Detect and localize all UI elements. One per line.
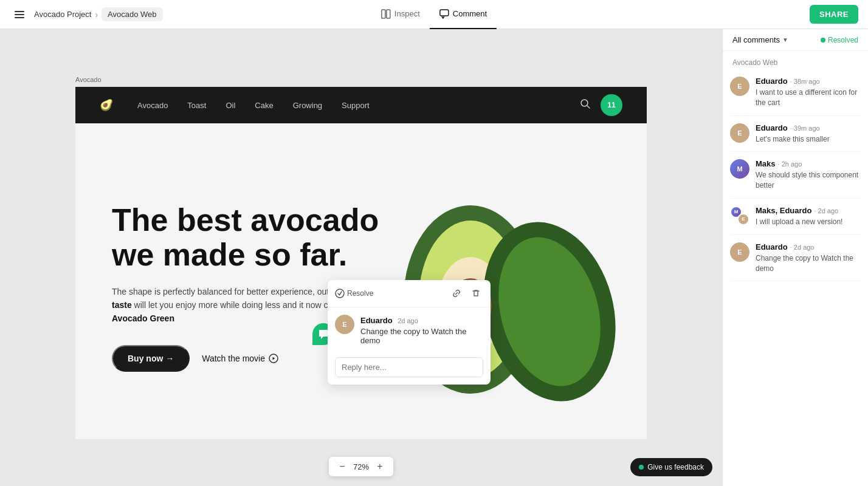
dropdown-arrow-icon: ▼ — [782, 36, 788, 43]
entry-time: · 39m ago — [790, 125, 820, 132]
design-frame: 🥑 Avocado Toast Oil Cake Growing Support — [75, 87, 647, 439]
comment-entry[interactable]: E Eduardo · 38m ago I want to use a diff… — [730, 69, 861, 116]
feedback-label: Give us feedback — [647, 463, 704, 471]
comment-header: Eduardo 2d ago — [360, 315, 483, 326]
entry-author: Maks — [756, 159, 776, 168]
comment-timestamp: 2d ago — [398, 317, 418, 324]
resolved-dot — [821, 38, 825, 43]
entry-author: Eduardo — [756, 242, 788, 252]
nav-link-toast[interactable]: Toast — [187, 101, 206, 110]
cart-badge[interactable]: 11 — [601, 94, 622, 116]
resolved-label: Resolved — [828, 36, 858, 44]
entry-text: We should style this component better — [756, 170, 861, 191]
zoom-level: 72% — [353, 462, 369, 471]
comment-author-name: Eduardo — [360, 316, 393, 325]
comment-entry-avatar: M — [730, 159, 749, 179]
panel-header: All comments ▼ Resolved — [723, 29, 868, 51]
comment-popup: Resolve — [328, 280, 491, 385]
entry-text: Let's make this smaller — [756, 134, 861, 145]
feedback-button[interactable]: Give us feedback — [630, 458, 712, 476]
reply-input[interactable] — [335, 357, 483, 377]
site-logo: 🥑 — [100, 98, 113, 112]
entry-text: Change the copy to Watch the demo — [756, 253, 861, 274]
link-icon[interactable] — [449, 286, 464, 301]
buy-now-button[interactable]: Buy now → — [112, 345, 190, 372]
comment-content: Eduardo 2d ago Change the copy to Watch … — [360, 315, 483, 345]
entry-author: Maks, Eduardo — [756, 206, 811, 215]
comment-entry-header: Eduardo · 2d ago — [756, 242, 861, 252]
topbar-right: SHARE — [810, 5, 858, 24]
comment-entry-avatar: E — [730, 242, 749, 262]
all-comments-button[interactable]: All comments ▼ — [732, 35, 816, 44]
canvas-area[interactable]: Avocado 🥑 Avocado Toast Oil Cake Growing… — [0, 29, 722, 486]
svg-rect-5 — [440, 10, 449, 16]
topbar: Avocado Project › Avocado Web Inspect Co… — [0, 0, 868, 29]
breadcrumb-project[interactable]: Avocado Project — [34, 10, 91, 19]
breadcrumb: Avocado Project › Avocado Web — [34, 7, 163, 21]
comment-author-avatar: E — [335, 315, 354, 334]
comment-reply — [328, 352, 491, 385]
tab-inspect-label: Inspect — [394, 9, 420, 18]
comment-entry[interactable]: E Eduardo · 2d ago Change the copy to Wa… — [730, 235, 861, 282]
tab-inspect[interactable]: Inspect — [371, 0, 430, 29]
zoom-in-button[interactable]: + — [374, 460, 386, 473]
tab-comment-label: Comment — [453, 9, 487, 18]
entry-author: Eduardo — [756, 123, 788, 132]
topbar-tabs: Inspect Comment — [371, 0, 497, 29]
watch-movie-button[interactable]: Watch the movie — [202, 354, 278, 363]
nav-link-oil[interactable]: Oil — [226, 101, 235, 110]
comment-popup-header: Resolve — [328, 280, 491, 307]
feedback-dot — [639, 465, 644, 470]
svg-point-15 — [336, 289, 344, 298]
panel-frame-label: Avocado Web — [723, 51, 868, 69]
hero-title: The best avocado we made so far. — [112, 203, 404, 272]
resolved-button[interactable]: Resolved — [821, 36, 858, 44]
comment-entry-header: Maks, Eduardo · 2d ago — [756, 206, 861, 215]
all-comments-label: All comments — [732, 35, 780, 44]
search-icon[interactable] — [580, 98, 591, 112]
tab-comment[interactable]: Comment — [430, 0, 497, 29]
site-hero: The best avocado we made so far. The sha… — [75, 123, 647, 439]
frame-label: Avocado — [75, 76, 102, 83]
comment-entry[interactable]: E Eduardo · 39m ago Let's make this smal… — [730, 116, 861, 152]
comment-entry[interactable]: M E Maks, Eduardo · 2d ago I will upload… — [730, 199, 861, 235]
svg-rect-0 — [15, 11, 24, 12]
design-frame-wrapper: Avocado 🥑 Avocado Toast Oil Cake Growing… — [75, 76, 647, 439]
svg-rect-4 — [387, 10, 390, 18]
svg-rect-2 — [15, 17, 24, 18]
breadcrumb-current[interactable]: Avocado Web — [102, 7, 162, 21]
resolve-button[interactable]: Resolve — [335, 289, 444, 298]
nav-link-cake[interactable]: Cake — [255, 101, 273, 110]
comment-entry-header: Eduardo · 39m ago — [756, 123, 861, 132]
breadcrumb-separator: › — [95, 10, 98, 19]
comment-entry-avatar: E — [730, 77, 749, 96]
comment-entry-content: Eduardo · 2d ago Change the copy to Watc… — [756, 242, 861, 274]
comment-text: Change the copy to Watch the demo — [360, 327, 483, 345]
comment-entry-header: Maks · 2h ago — [756, 159, 861, 168]
menu-icon[interactable] — [10, 5, 29, 24]
site-nav: 🥑 Avocado Toast Oil Cake Growing Support — [75, 87, 647, 123]
comment-entry-content: Eduardo · 39m ago Let's make this smalle… — [756, 123, 861, 145]
entry-time: · 2d ago — [790, 244, 815, 251]
delete-icon[interactable] — [469, 286, 483, 301]
site-content: 🥑 Avocado Toast Oil Cake Growing Support — [75, 87, 647, 439]
entry-text: I want to use a different icon for the c… — [756, 87, 861, 108]
comment-list: E Eduardo · 38m ago I want to use a diff… — [723, 69, 868, 486]
entry-time: · 2d ago — [814, 207, 838, 214]
comment-entry-content: Maks · 2h ago We should style this compo… — [756, 159, 861, 191]
comment-entry-content: Maks, Eduardo · 2d ago I will upload a n… — [756, 206, 861, 227]
comment-body: E Eduardo 2d ago Change the copy to Watc… — [328, 307, 491, 352]
nav-link-avocado[interactable]: Avocado — [137, 101, 168, 110]
comment-entry[interactable]: M Maks · 2h ago We should style this com… — [730, 152, 861, 199]
nav-link-support[interactable]: Support — [342, 101, 370, 110]
svg-point-6 — [581, 100, 588, 106]
nav-link-growing[interactable]: Growing — [293, 101, 322, 110]
zoom-out-button[interactable]: − — [336, 460, 348, 473]
main-layout: Avocado 🥑 Avocado Toast Oil Cake Growing… — [0, 29, 868, 486]
resolve-label: Resolve — [347, 289, 373, 298]
comment-entry-avatar: E — [730, 123, 749, 143]
share-button[interactable]: SHARE — [810, 5, 858, 24]
right-panel: All comments ▼ Resolved Avocado Web E Ed… — [722, 29, 868, 486]
comment-entry-header: Eduardo · 38m ago — [756, 77, 861, 86]
entry-time: · 2h ago — [778, 160, 802, 168]
